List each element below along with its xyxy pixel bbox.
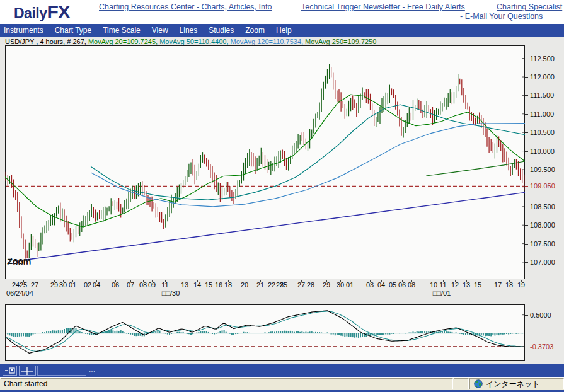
status-spacer-panel — [454, 378, 469, 389]
menu-item-instruments[interactable]: Instruments — [0, 24, 49, 37]
x-axis-day-label: 07 — [127, 281, 134, 289]
x-axis-day-label: 04 — [93, 281, 100, 289]
y-axis-label: 108.000 — [530, 221, 555, 229]
x-axis-day-label: 13 — [463, 281, 470, 289]
y-axis-label: 109.500 — [530, 166, 555, 173]
zoom-in-button[interactable] — [19, 366, 36, 376]
x-axis-day-label: 05 — [389, 281, 396, 289]
x-axis-day-label: 16 — [215, 281, 222, 289]
price-chart[interactable]: Zoom — [5, 45, 525, 279]
y-axis-tick — [525, 347, 528, 347]
y-axis-tick — [525, 59, 528, 59]
menu-item-lines[interactable]: Lines — [174, 24, 204, 37]
x-axis-day-label: 06 — [112, 281, 119, 289]
x-axis-day-label: 08 — [139, 281, 147, 289]
x-axis-day-label: 13 — [181, 281, 188, 289]
menu-bar: InstrumentsChart TypeTime ScaleViewLines… — [0, 24, 564, 37]
x-axis-day-label: 19 — [517, 281, 525, 289]
x-axis-day-label: 27 — [31, 281, 38, 289]
y-axis-label: 112.500 — [530, 55, 555, 62]
menu-item-help[interactable]: Help — [270, 24, 297, 37]
globe-icon — [474, 379, 483, 388]
x-axis-day-label: 30 — [59, 281, 67, 289]
x-axis-day-label: 01 — [69, 281, 76, 289]
zoom-out-button[interactable] — [3, 366, 17, 376]
x-axis-date-label: □□/30 — [162, 289, 180, 297]
logo-fx-text: FX — [47, 1, 69, 23]
status-zone-panel: インターネット — [469, 378, 564, 389]
y-axis-label: 109.050 — [530, 182, 555, 190]
x-axis-day-label: 09 — [148, 281, 156, 289]
x-axis-day-label: 17 — [494, 281, 502, 289]
x-axis-day-label: 02 — [84, 281, 91, 289]
chart-title: USD/JPY , 4 hours, # 267, MovAvg 20=109.… — [5, 38, 376, 45]
x-axis-day-label: 06 — [398, 281, 406, 289]
x-axis-day-label: 21 — [256, 281, 264, 289]
y-axis-tick — [525, 132, 528, 133]
menu-item-zoom[interactable]: Zoom — [239, 24, 270, 37]
x-axis-day-label: 11 — [439, 281, 446, 289]
x-axis-day-label: 25 — [20, 281, 27, 289]
chart-title-segment-1: MovAvg 20=109.7245, — [88, 38, 159, 45]
y-axis-tick — [525, 244, 528, 245]
x-axis-day-label: 18 — [505, 281, 513, 289]
y-axis-label: 108.500 — [530, 203, 555, 210]
x-axis-day-label: 15 — [474, 281, 481, 289]
x-axis-day-label: 28 — [307, 281, 314, 289]
x-axis-day-label: 22 — [268, 281, 275, 289]
x-axis-day-label: 11 — [161, 281, 168, 289]
y-axis-label: 111.000 — [530, 110, 554, 118]
status-zone-text: インターネット — [486, 379, 540, 389]
y-axis-label: 107.500 — [530, 240, 555, 248]
menu-item-time-scale[interactable]: Time Scale — [97, 24, 146, 37]
y-axis-label: 111.500 — [530, 91, 554, 99]
y-axis-tick — [525, 77, 528, 78]
y-axis-label: 112.000 — [530, 73, 555, 81]
x-axis-day-label: 24 — [12, 281, 20, 289]
y-axis-tick — [525, 170, 528, 170]
status-bar: Chart started インターネット — [0, 377, 564, 392]
y-axis-tick — [525, 151, 528, 152]
macd-chart[interactable] — [5, 304, 525, 361]
browser-page: DailyFX Charting Resources Center - Char… — [0, 0, 564, 392]
x-axis-day-label: 27 — [297, 281, 305, 289]
toolbar-empty-segment — [37, 366, 86, 376]
zoom-mode-label: Zoom — [7, 257, 31, 267]
y-axis-tick — [525, 315, 528, 316]
link-email-your-questions[interactable]: - E-Mail Your Questions — [460, 12, 543, 21]
y-axis-label: 0.5000 — [530, 311, 551, 319]
y-axis-tick — [525, 114, 528, 115]
dailyfx-logo[interactable]: DailyFX — [14, 1, 70, 23]
applet-toolbar: ... — [0, 364, 564, 377]
link-technical-trigger-newsletter[interactable]: Technical Trigger Newsletter - Free Dail… — [301, 3, 465, 11]
x-axis-day-label: 25 — [280, 281, 287, 289]
y-axis-tick — [525, 95, 528, 96]
y-axis-tick — [525, 225, 528, 226]
x-axis-day-label: 30 — [337, 281, 344, 289]
x-axis-date-label: 06/24/04 — [6, 289, 33, 297]
menu-item-chart-type[interactable]: Chart Type — [49, 24, 97, 37]
x-axis-date-label: □□/01 — [433, 289, 451, 297]
x-axis-day-label: 01 — [346, 281, 354, 289]
status-message-panel: Chart started — [1, 378, 453, 389]
y-axis-tick — [525, 207, 528, 207]
x-axis-day-label: 10 — [430, 281, 437, 289]
menu-item-view[interactable]: View — [146, 24, 174, 37]
crosshair-plus-icon — [20, 366, 35, 375]
link-charting-resources[interactable]: Charting Resources Center - Charts, Arti… — [99, 3, 272, 11]
chart-title-segment-2: MovAvg 50=110.4400, — [159, 38, 230, 45]
y-axis-label: 110.000 — [530, 147, 555, 155]
y-axis-label: 110.500 — [530, 129, 555, 136]
x-axis-day-label: 18 — [224, 281, 232, 289]
x-axis-day-label: 14 — [193, 281, 201, 289]
site-header: DailyFX Charting Resources Center - Char… — [0, 0, 564, 24]
minus-box-icon — [3, 366, 16, 375]
toolbar-ellipsis: ... — [89, 365, 95, 374]
x-axis-day-label: 15 — [205, 281, 212, 289]
link-charting-specialist[interactable]: Charting Specialist — [497, 3, 562, 11]
x-axis-day-label: 08 — [408, 281, 415, 289]
y-axis-tick — [525, 262, 528, 263]
x-axis-day-label: 04 — [377, 281, 385, 289]
y-axis-tick — [525, 186, 528, 187]
menu-item-studies[interactable]: Studies — [203, 24, 239, 37]
